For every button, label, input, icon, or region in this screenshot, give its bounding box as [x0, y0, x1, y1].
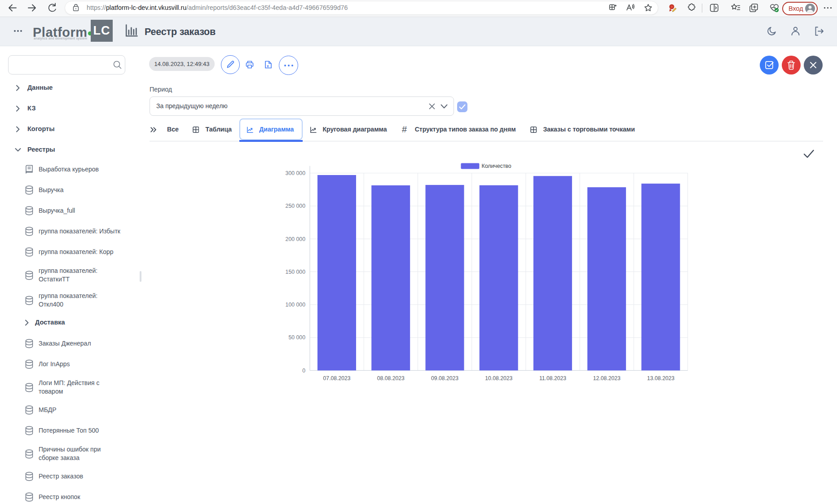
svg-text:12.08.2023: 12.08.2023	[593, 375, 621, 381]
svg-text:10.08.2023: 10.08.2023	[485, 375, 512, 381]
svg-text:300 000: 300 000	[286, 170, 306, 176]
svg-text:13.08.2023: 13.08.2023	[647, 375, 674, 381]
svg-text:250 000: 250 000	[286, 203, 306, 209]
svg-text:09.08.2023: 09.08.2023	[431, 375, 458, 381]
svg-text:150 000: 150 000	[286, 269, 306, 275]
svg-text:11.08.2023: 11.08.2023	[539, 375, 566, 381]
svg-text:50 000: 50 000	[288, 334, 305, 341]
svg-text:Количество: Количество	[482, 163, 511, 169]
svg-text:100 000: 100 000	[286, 302, 306, 308]
svg-text:0: 0	[302, 368, 305, 374]
svg-text:200 000: 200 000	[286, 236, 306, 242]
svg-text:x: x	[267, 64, 269, 68]
svg-text:07.08.2023: 07.08.2023	[323, 375, 351, 381]
svg-text:08.08.2023: 08.08.2023	[377, 375, 405, 381]
